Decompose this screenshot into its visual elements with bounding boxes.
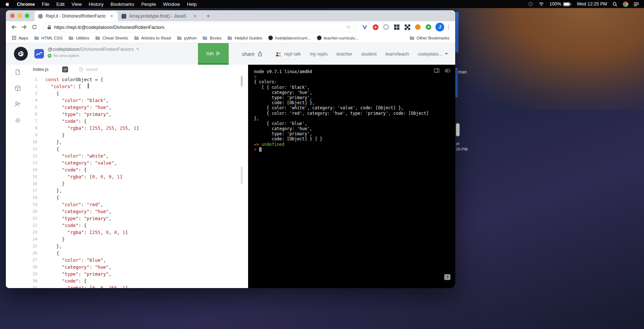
code-line[interactable]: 4 "color": "black", (29, 97, 248, 104)
menu-item-window[interactable]: Window (163, 1, 180, 7)
code-line[interactable]: 27 "color": "blue", (29, 257, 248, 264)
help-button[interactable]: ? (444, 274, 450, 280)
bookmark-star-icon[interactable]: ☆ (346, 24, 351, 30)
run-button[interactable]: run (198, 43, 229, 65)
forward-button[interactable] (20, 23, 29, 31)
close-window-button[interactable] (10, 14, 15, 18)
edit-pencil-icon[interactable]: ✎ (136, 47, 140, 52)
bookmark-item[interactable]: Cheat Sheets (95, 36, 128, 40)
settings-gear-icon[interactable] (14, 117, 21, 124)
code-line[interactable]: 25 }, (29, 243, 248, 250)
file-options-icon[interactable] (62, 67, 68, 72)
code-line[interactable]: 7 "code": { (29, 118, 248, 125)
nav-teacher[interactable]: teacher (336, 51, 352, 57)
zoom-window-button[interactable] (25, 14, 29, 18)
new-tab-button[interactable]: + (203, 11, 213, 21)
code-line[interactable]: 10 }, (29, 139, 248, 145)
code-line[interactable]: 22 "code": { (29, 222, 248, 229)
extension-icon[interactable] (415, 24, 421, 30)
menu-item-bookmarks[interactable]: Bookmarks (111, 1, 134, 7)
tab-close-icon[interactable]: × (109, 13, 114, 19)
battery-status[interactable]: 100% (550, 1, 572, 7)
menu-item-chrome[interactable]: Chrome (17, 1, 35, 7)
extension-icon[interactable] (362, 24, 368, 30)
open-in-pane-icon[interactable] (434, 68, 439, 73)
console-prompt[interactable]: > (254, 147, 452, 152)
nav-codeplato-[interactable]: codeplato... (418, 51, 448, 57)
code-line[interactable]: 1const colorObject = { (29, 76, 248, 83)
user-avatar-icon[interactable] (623, 1, 628, 7)
extension-icon[interactable] (383, 24, 389, 30)
code-line[interactable]: 19 "color": "red", (29, 201, 248, 208)
bookmark-item[interactable]: teacher-curriculu... (317, 35, 359, 40)
other-bookmarks[interactable]: Other Bookmarks (409, 36, 449, 40)
bookmark-item[interactable]: hotelplatoon/curri... (268, 35, 311, 40)
code-line[interactable]: 31 "rgba": [0, 0, 255, 1] (29, 284, 248, 288)
menu-item-view[interactable]: View (71, 1, 82, 7)
bookmark-item[interactable]: HTML CSS (34, 36, 63, 40)
code-area[interactable]: 1const colorObject = {2 "colors": [3 {4 … (29, 74, 248, 288)
code-line[interactable]: 2 "colors": [ (29, 83, 248, 90)
code-line[interactable]: 14 "code": { (29, 166, 248, 173)
code-line[interactable]: 11 { (29, 145, 248, 152)
code-line[interactable]: 16 } (29, 180, 248, 187)
minimize-window-button[interactable] (18, 14, 22, 18)
extension-icon[interactable] (372, 24, 379, 30)
add-description-icon[interactable] (48, 54, 52, 58)
profile-avatar[interactable]: J (435, 23, 444, 31)
extension-icon[interactable] (404, 24, 411, 30)
code-line[interactable]: 29 "type": "primary", (29, 271, 248, 277)
code-line[interactable]: 13 "category": "value", (29, 159, 248, 166)
code-editor[interactable]: index.js saved 1const colorObject = {2 "… (29, 65, 248, 288)
code-line[interactable]: 6 "type": "primary", (29, 111, 248, 118)
codeplatoon-logo[interactable] (14, 47, 28, 61)
browser-menu-icon[interactable]: ⋮ (446, 24, 452, 30)
reload-button[interactable] (30, 23, 39, 31)
bookmark-item[interactable]: Helpful Guides (227, 36, 262, 40)
apple-icon[interactable] (5, 1, 10, 7)
spotlight-search-icon[interactable] (613, 2, 617, 7)
code-line[interactable]: 12 "color": "white", (29, 152, 248, 159)
code-line[interactable]: 9 } (29, 132, 248, 139)
code-line[interactable]: 18 { (29, 194, 248, 201)
url-text[interactable]: https://repl.it/@codeplatoon/DishonestRo… (54, 24, 343, 30)
menubar-clock[interactable]: Wed 12:25 PM (577, 1, 607, 7)
editor-scrollbar[interactable] (241, 76, 243, 87)
extension-icon[interactable] (393, 24, 400, 30)
nav-my-repls[interactable]: my repls (310, 51, 327, 57)
file-tab[interactable]: index.js (33, 67, 48, 72)
address-bar[interactable]: https://repl.it/@codeplatoon/DishonestRo… (42, 22, 356, 32)
code-line[interactable]: 5 "category": "hue", (29, 104, 248, 111)
nav-student[interactable]: student (361, 51, 377, 57)
bookmark-item[interactable]: python (177, 36, 197, 40)
extension-icon[interactable] (425, 24, 432, 30)
code-line[interactable]: 28 "category": "hue", (29, 264, 248, 271)
code-line[interactable]: 17 }, (29, 187, 248, 194)
code-line[interactable]: 21 "type": "primary", (29, 215, 248, 222)
bookmark-item[interactable]: Apps (12, 35, 28, 40)
browser-tab[interactable]: Array.prototype.find() - JavaS× (118, 11, 201, 21)
code-line[interactable]: 3 { (29, 90, 248, 97)
bookmark-item[interactable]: Articles to Read (134, 36, 171, 40)
menu-item-edit[interactable]: Edit (56, 1, 64, 7)
bookmark-item[interactable]: Utilities (68, 36, 89, 40)
code-line[interactable]: 20 "category": "hue", (29, 208, 248, 215)
menu-item-file[interactable]: File (42, 1, 49, 7)
browser-tab[interactable]: Repl.it - DishonestRottenFacto× (34, 11, 118, 21)
menu-item-history[interactable]: History (89, 1, 103, 7)
share-button[interactable]: share (242, 43, 263, 65)
bookmark-item[interactable]: Books (202, 36, 221, 40)
code-line[interactable]: 8 "rgba": [255, 255, 255, 1] (29, 125, 248, 132)
repl-owner[interactable]: @codeplatoon (48, 46, 79, 52)
nav-learn-teach[interactable]: learn/teach (385, 51, 409, 57)
back-button[interactable] (10, 23, 18, 31)
console-panel[interactable]: node v9.7.1 linux/amd64>{ colors: [ { co… (248, 65, 455, 288)
wifi-icon[interactable] (539, 2, 544, 6)
code-line[interactable]: 24 } (29, 236, 248, 243)
code-line[interactable]: 26 { (29, 250, 248, 257)
packages-icon[interactable] (14, 84, 21, 92)
menu-item-people[interactable]: People (141, 1, 156, 7)
menu-item-help[interactable]: Help (187, 1, 197, 7)
notification-center-icon[interactable] (634, 2, 639, 6)
code-line[interactable]: 30 "code": { (29, 277, 248, 284)
